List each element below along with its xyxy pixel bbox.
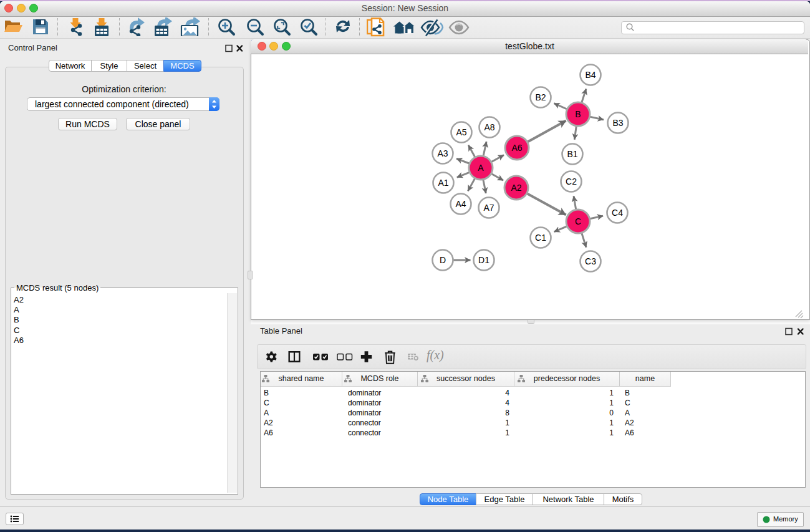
svg-text:D1: D1 [478, 255, 489, 265]
svg-text:C4: C4 [612, 208, 623, 218]
svg-text:A7: A7 [483, 203, 494, 213]
svg-text:C1: C1 [535, 233, 546, 243]
svg-text:A6: A6 [511, 143, 522, 153]
svg-text:C3: C3 [585, 256, 596, 266]
svg-text:A5: A5 [456, 127, 466, 137]
svg-text:A2: A2 [511, 183, 521, 193]
svg-text:D: D [440, 255, 446, 265]
svg-text:A3: A3 [437, 148, 448, 158]
svg-text:B4: B4 [585, 70, 595, 80]
svg-text:B3: B3 [612, 118, 623, 128]
svg-text:A1: A1 [438, 178, 448, 188]
svg-text:A: A [478, 163, 484, 173]
svg-text:C2: C2 [566, 177, 577, 186]
svg-text:A4: A4 [455, 199, 466, 209]
svg-text:A8: A8 [484, 122, 494, 132]
svg-text:B2: B2 [535, 92, 546, 102]
svg-text:B: B [575, 109, 581, 119]
svg-text:C: C [575, 216, 581, 226]
svg-text:B1: B1 [567, 149, 577, 159]
